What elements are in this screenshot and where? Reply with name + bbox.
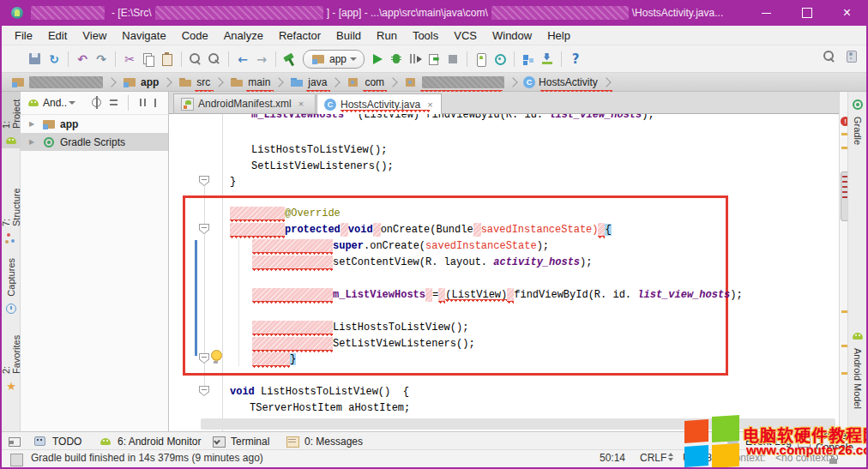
back-icon[interactable]: ← — [235, 51, 250, 67]
copy-icon[interactable] — [141, 51, 156, 67]
code-editor[interactable]: m_ListViewHosts(ListView) findViewById(R… — [169, 114, 839, 431]
tree-item-app[interactable]: ▶app — [21, 115, 168, 133]
censored-code-region — [473, 223, 481, 237]
minimize-button[interactable] — [747, 0, 786, 26]
context-value[interactable]: <no context> — [775, 452, 835, 464]
fold-marker[interactable] — [199, 386, 209, 396]
projfolder-icon — [10, 75, 26, 90]
paste-icon[interactable] — [160, 51, 175, 67]
menu-run[interactable]: Run — [369, 27, 405, 44]
fold-marker[interactable] — [199, 176, 209, 186]
breadcrumb-item-com[interactable]: com — [344, 74, 386, 91]
profile-icon[interactable] — [407, 51, 423, 67]
save-icon[interactable] — [27, 51, 43, 67]
expand-chevron-icon[interactable]: ▶ — [29, 120, 38, 128]
forward-icon[interactable]: → — [254, 51, 269, 67]
toolwindow-button-todo[interactable]: TODO — [29, 433, 85, 449]
code-token: ); — [642, 114, 654, 121]
sdk-icon[interactable] — [539, 51, 555, 67]
avd-icon[interactable] — [473, 51, 489, 67]
sidebar-item-captures[interactable]: Captures — [2, 255, 21, 311]
close-tab-icon[interactable]: × — [298, 99, 304, 109]
title-bar[interactable]: - [E:\Src\ ] - [app] - ...\app\src\main\… — [2, 0, 866, 26]
intention-lightbulb-icon[interactable] — [211, 350, 222, 361]
toolwindow-button-event-log[interactable]: Event Log — [722, 433, 795, 449]
synceye-icon[interactable] — [492, 51, 508, 67]
menu-refactor[interactable]: Refactor — [271, 27, 329, 44]
breadcrumb-item-src[interactable]: src — [176, 74, 212, 91]
line-ending-selector[interactable]: CRLF — [640, 452, 674, 464]
menu-help[interactable]: Help — [539, 27, 578, 44]
gear-icon[interactable] — [135, 95, 150, 111]
stop-icon[interactable] — [445, 51, 461, 67]
clock-icon — [3, 301, 19, 316]
tree-item-gradle-scripts[interactable]: ▶Gradle Scripts — [21, 133, 168, 151]
sidebar-item-2-favorites[interactable]: 2: Favorites★ — [2, 325, 21, 394]
menu-vcs[interactable]: VCS — [446, 27, 485, 44]
make-icon[interactable] — [282, 51, 298, 67]
sidebar-item-gradle[interactable]: Gradle — [848, 93, 867, 148]
menu-view[interactable]: View — [75, 27, 114, 44]
tab-androidmanifest.xml[interactable]: AndroidManifest.xml× — [173, 93, 316, 114]
layout-icon[interactable] — [521, 51, 536, 67]
toolwindow-button-6-android-monitor[interactable]: 6: Android Monitor — [94, 433, 204, 449]
replace-icon[interactable] — [207, 51, 222, 67]
run-configuration-selector[interactable]: app — [303, 50, 365, 69]
toolwindow-button-terminal[interactable]: Terminal — [208, 433, 273, 449]
status-message[interactable]: Gradle build finished in 14s 379ms (9 mi… — [31, 452, 263, 464]
lock-icon[interactable] — [827, 452, 842, 467]
run-icon[interactable] — [370, 51, 385, 67]
attach-icon[interactable] — [426, 51, 442, 67]
menu-build[interactable]: Build — [329, 27, 369, 44]
caret-position[interactable]: 50:14 — [600, 452, 625, 464]
find-icon[interactable] — [188, 51, 203, 67]
undo-icon[interactable]: ↶ — [75, 51, 90, 67]
tool-window-switcher[interactable] — [3, 433, 26, 449]
menu-navigate[interactable]: Navigate — [114, 27, 173, 44]
sidebar-item-1-project[interactable]: 1: Project — [2, 92, 21, 148]
close-tab-icon[interactable]: × — [427, 99, 432, 110]
horizontal-scrollbar[interactable] — [201, 418, 835, 430]
breadcrumb-item-censored[interactable] — [9, 74, 105, 91]
sync-icon[interactable]: ↻ — [46, 51, 62, 67]
toolwindow-button-gradle-console[interactable]: Gradle Console — [793, 433, 866, 449]
breadcrumb-item-censored[interactable] — [401, 74, 506, 91]
tab-hostsactivity.java[interactable]: HostsActivity.java× — [316, 93, 442, 115]
menu-analyze[interactable]: Analyze — [216, 27, 271, 44]
project-view-selector[interactable]: And.. — [43, 97, 75, 109]
search-everywhere-icon[interactable] — [822, 49, 837, 64]
menu-file[interactable]: File — [7, 27, 40, 44]
menu-tools[interactable]: Tools — [405, 27, 446, 44]
redo-icon[interactable]: ↷ — [93, 51, 109, 67]
toolwindow-button-0-messages[interactable]: 0: Messages — [281, 433, 366, 449]
menu-code[interactable]: Code — [174, 27, 216, 44]
hide-panel-icon[interactable] — [152, 95, 167, 111]
breadcrumb-item-hostsactivity[interactable]: HostsActivity — [521, 74, 600, 91]
sidebar-item-android-model[interactable]: Android Model — [848, 325, 867, 414]
breadcrumb-item-java[interactable]: java — [287, 74, 329, 91]
breadcrumb-item-app[interactable]: app — [120, 74, 160, 91]
close-button[interactable]: × — [828, 0, 866, 26]
encoding-selector[interactable]: UTF-8 — [683, 452, 720, 464]
breadcrumb-chevron-icon — [106, 77, 116, 87]
menu-edit[interactable]: Edit — [40, 27, 75, 44]
background-task-icon[interactable] — [10, 454, 23, 466]
code-line: TServerHostItem aHostItem; — [250, 401, 410, 416]
menu-window[interactable]: Window — [485, 27, 539, 44]
expand-chevron-icon[interactable]: ▶ — [29, 138, 38, 146]
star-icon: ★ — [3, 378, 19, 394]
debug-icon[interactable] — [389, 51, 404, 67]
sidebar-item-7-structure[interactable]: 7: Structure — [2, 181, 21, 246]
code-line: void ListHostsToListView() { — [230, 385, 409, 400]
code-line: SetListViewListeners(); — [252, 337, 475, 352]
locate-file-icon[interactable] — [89, 95, 105, 111]
open-icon[interactable] — [9, 51, 24, 67]
collapse-all-icon[interactable] — [106, 95, 122, 111]
breadcrumb-label: java — [308, 76, 327, 88]
cut-icon[interactable]: ✂ — [122, 51, 137, 67]
censored-code-region — [507, 288, 514, 302]
help-icon[interactable]: ? — [568, 51, 583, 67]
user-panel-icon[interactable] — [844, 49, 859, 64]
maximize-button[interactable] — [787, 0, 826, 26]
breadcrumb-item-main[interactable]: main — [227, 74, 272, 91]
